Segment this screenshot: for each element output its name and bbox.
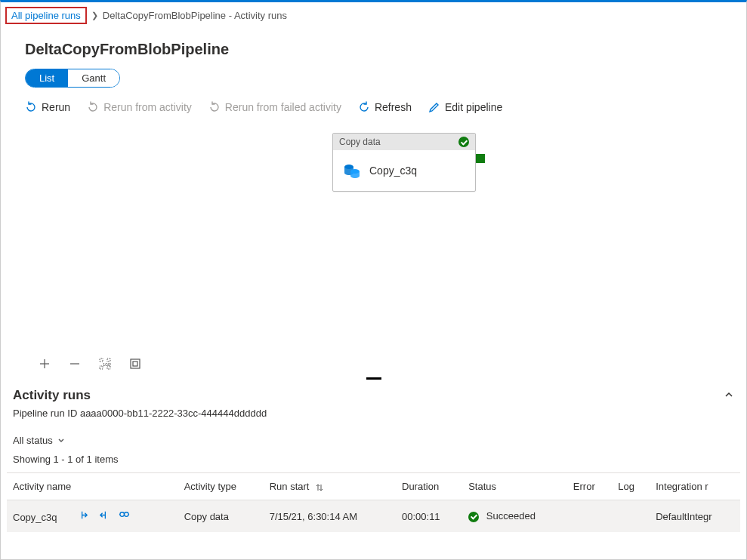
- rerun-label: Rerun: [42, 101, 70, 113]
- cell-run-start: 7/15/21, 6:30:14 AM: [264, 500, 396, 533]
- svg-text:100%: 100%: [103, 362, 111, 367]
- collapse-pane-button[interactable]: [724, 389, 734, 402]
- cell-integration: DefaultIntegr: [650, 500, 740, 533]
- activity-runs-heading: Activity runs: [13, 388, 91, 403]
- activity-runs-table: Activity name Activity type Run start Du…: [7, 472, 740, 532]
- cell-status: Succeeded: [486, 510, 536, 522]
- zoom-toolbar: 100%: [25, 350, 731, 377]
- pencil-icon: [428, 101, 440, 113]
- cell-activity-type: Copy data: [178, 500, 264, 533]
- chevron-up-icon: [724, 389, 734, 400]
- activity-runs-pane: Activity runs Pipeline run ID aaaa0000-b…: [1, 377, 746, 532]
- activity-node-body: Copy_c3q: [333, 150, 475, 191]
- table-row[interactable]: Copy_c3q Copy data 7/15/21, 6:30:14 AM 0…: [7, 500, 740, 533]
- sort-icon: [315, 483, 324, 492]
- svg-point-12: [120, 512, 125, 517]
- edit-pipeline-label: Edit pipeline: [445, 101, 502, 113]
- svg-rect-11: [133, 362, 137, 366]
- cell-error: [567, 500, 612, 533]
- rerun-icon: [25, 101, 37, 113]
- activity-node-header: Copy data: [333, 134, 475, 150]
- rerun-button[interactable]: Rerun: [25, 101, 70, 113]
- rerun-activity-icon: [87, 101, 99, 113]
- rerun-from-failed-button: Rerun from failed activity: [208, 101, 341, 113]
- node-output-port[interactable]: [476, 154, 485, 163]
- refresh-icon: [358, 101, 370, 113]
- chevron-right-icon: ❯: [91, 11, 98, 20]
- details-icon[interactable]: [119, 509, 130, 523]
- col-duration[interactable]: Duration: [396, 473, 462, 500]
- cell-log: [612, 500, 650, 533]
- zoom-in-icon[interactable]: [39, 358, 51, 370]
- rerun-activity-label: Rerun from activity: [103, 101, 192, 113]
- view-toggle: List Gantt: [25, 69, 120, 88]
- rerun-from-activity-button: Rerun from activity: [87, 101, 192, 113]
- status-filter-dropdown[interactable]: All status: [13, 435, 65, 446]
- svg-point-13: [125, 512, 129, 517]
- edit-pipeline-button[interactable]: Edit pipeline: [428, 101, 502, 113]
- col-integration[interactable]: Integration r: [650, 473, 740, 500]
- cell-activity-name: Copy_c3q: [13, 512, 57, 523]
- col-log[interactable]: Log: [612, 473, 650, 500]
- col-activity-type[interactable]: Activity type: [178, 473, 264, 500]
- rerun-failed-label: Rerun from failed activity: [225, 101, 341, 113]
- toolbar: Rerun Rerun from activity Rerun from fai…: [25, 95, 731, 124]
- col-status[interactable]: Status: [462, 473, 567, 500]
- zoom-reset-icon[interactable]: 100%: [99, 358, 111, 370]
- view-toggle-list[interactable]: List: [26, 69, 68, 87]
- success-icon: [468, 512, 479, 522]
- chevron-down-icon: [57, 437, 65, 445]
- rerun-failed-icon: [208, 101, 221, 113]
- success-icon: [458, 137, 469, 147]
- col-error[interactable]: Error: [567, 473, 612, 500]
- results-count: Showing 1 - 1 of 1 items: [7, 454, 740, 472]
- cell-duration: 00:00:11: [396, 500, 462, 533]
- zoom-out-icon[interactable]: [69, 358, 81, 370]
- col-run-start[interactable]: Run start: [264, 473, 396, 500]
- svg-rect-6: [107, 358, 110, 362]
- input-icon[interactable]: [78, 509, 89, 523]
- col-activity-name[interactable]: Activity name: [7, 473, 178, 500]
- status-filter-label: All status: [13, 435, 53, 446]
- svg-rect-10: [131, 359, 140, 368]
- refresh-label: Refresh: [375, 101, 412, 113]
- col-run-start-label: Run start: [270, 481, 310, 492]
- activity-node-name: Copy_c3q: [369, 165, 417, 177]
- activity-node-copy[interactable]: Copy data Copy_c3q: [332, 133, 476, 192]
- svg-rect-5: [100, 358, 103, 362]
- refresh-button[interactable]: Refresh: [358, 101, 412, 113]
- activity-canvas[interactable]: Copy data Copy_c3q: [25, 124, 731, 350]
- zoom-fit-icon[interactable]: [129, 358, 141, 370]
- breadcrumb-all-runs-link[interactable]: All pipeline runs: [5, 7, 87, 24]
- activity-node-type: Copy data: [339, 137, 381, 147]
- run-id-label: Pipeline run ID: [13, 408, 77, 419]
- run-id-value: aaaa0000-bb11-2222-33cc-444444dddddd: [80, 408, 267, 419]
- breadcrumb-current: DeltaCopyFromBlobPipeline - Activity run…: [103, 8, 287, 23]
- copy-data-icon: [342, 161, 362, 180]
- output-icon[interactable]: [98, 509, 110, 523]
- view-toggle-gantt[interactable]: Gantt: [68, 69, 119, 87]
- pipeline-run-id: Pipeline run ID aaaa0000-bb11-2222-33cc-…: [7, 403, 740, 429]
- page-title: DeltaCopyFromBlobPipeline: [25, 41, 731, 58]
- breadcrumb: All pipeline runs ❯ DeltaCopyFromBlobPip…: [1, 2, 746, 29]
